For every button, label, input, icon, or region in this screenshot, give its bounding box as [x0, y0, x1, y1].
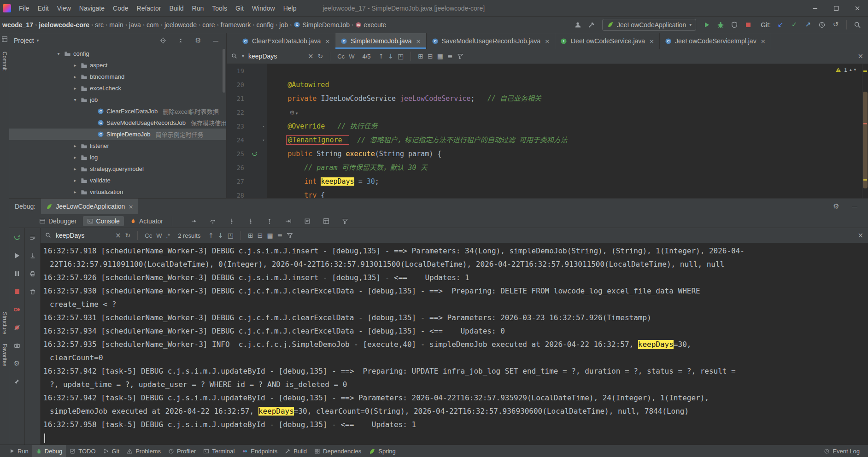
maximize-button[interactable]	[826, 0, 847, 16]
chevron-down-icon[interactable]: ▾	[72, 97, 78, 102]
breadcrumb-item-job[interactable]: job	[278, 21, 289, 29]
stripe-tab-commit[interactable]: Commit	[1, 52, 8, 70]
menu-tools[interactable]: Tools	[208, 5, 231, 12]
breadcrumb-item-jeelowcode[interactable]: jeelowcode	[163, 21, 198, 29]
chevron-right-icon[interactable]: ▸	[72, 155, 78, 160]
clear-all-button[interactable]	[27, 286, 39, 298]
settings-button[interactable]: ⚙	[192, 35, 204, 47]
statusbar-item-debug[interactable]: Debug	[32, 445, 66, 457]
chevron-right-icon[interactable]: ▸	[72, 86, 78, 91]
clear-search-icon[interactable]: ×	[115, 232, 121, 239]
tree-item-log[interactable]: ▸log	[9, 152, 226, 163]
tree-item-btncommand[interactable]: ▸btncommand	[9, 71, 226, 82]
filter-search-icon[interactable]	[457, 53, 463, 59]
menu-help[interactable]: Help	[279, 5, 301, 12]
statusbar-item-dependencies[interactable]: Dependencies	[311, 445, 365, 457]
collapse-all-button[interactable]	[175, 35, 187, 47]
editor-tab-ijeelowcodeservice-java[interactable]: IIJeeLowCodeService.java×	[555, 33, 660, 49]
select-all-occurrences-icon[interactable]: ▦	[267, 232, 273, 239]
statusbar-item-run[interactable]: Run	[6, 445, 32, 457]
fold-marker-icon[interactable]: ▾	[260, 133, 267, 147]
search-history-chevron-icon[interactable]: ▾	[242, 54, 244, 59]
screenshot-button[interactable]	[11, 340, 23, 352]
chevron-right-icon[interactable]: ▸	[72, 63, 78, 68]
statusbar-item-problems[interactable]: Problems	[123, 445, 164, 457]
chevron-right-icon[interactable]: ▸	[72, 189, 78, 194]
breadcrumb-item-com[interactable]: com	[145, 21, 160, 29]
breadcrumb-item-src[interactable]: src	[94, 21, 105, 29]
menu-refactor[interactable]: Refactor	[133, 5, 165, 12]
next-problem-icon[interactable]: ▾	[854, 68, 856, 72]
stop-button[interactable]	[742, 19, 754, 31]
breadcrumb-item-wcode-17[interactable]: wcode_17	[1, 21, 35, 29]
step-over-button[interactable]	[207, 215, 219, 227]
statusbar-item-profiler[interactable]: Profiler	[164, 445, 199, 457]
print-button[interactable]	[27, 268, 39, 280]
coverage-button[interactable]	[728, 19, 740, 31]
filter-search-icon[interactable]	[287, 232, 293, 239]
step-out-button[interactable]	[264, 215, 276, 227]
hide-button[interactable]: —	[849, 200, 861, 212]
menu-git[interactable]: Git	[231, 5, 248, 12]
breadcrumb-item-framework[interactable]: framework	[219, 21, 252, 29]
tree-item-validate[interactable]: ▸validate	[9, 175, 226, 186]
next-occurrence-icon[interactable]: ↓	[218, 232, 223, 239]
menu-window[interactable]: Window	[248, 5, 279, 12]
tree-item-excel-check[interactable]: ▸excel.check	[9, 82, 226, 94]
run-gutter-icon[interactable]	[249, 147, 260, 161]
stripe-tab-structure[interactable]: Structure	[1, 312, 8, 334]
gear-inlay-icon[interactable]: ⚙	[289, 109, 295, 116]
debug-tab-debugger[interactable]: Debugger	[35, 216, 81, 226]
editor-tab-simpledemojob-java[interactable]: CSimpleDemoJob.java×	[335, 33, 426, 49]
exclude-filter-icon[interactable]: ⊟	[428, 53, 433, 59]
settings-button[interactable]: ⚙	[830, 200, 842, 212]
menu-build[interactable]: Build	[165, 5, 188, 12]
next-occurrence-icon[interactable]: ↓	[388, 53, 393, 59]
rollback-button[interactable]: ↺	[830, 19, 842, 31]
pin-button[interactable]	[11, 375, 23, 387]
stop-button[interactable]	[11, 286, 23, 298]
menu-run[interactable]: Run	[188, 5, 208, 12]
search-history-icon[interactable]: ↻	[318, 53, 323, 59]
regex-toggle[interactable]: .*	[166, 232, 170, 239]
chevron-down-icon[interactable]: ▾	[55, 51, 62, 56]
close-button[interactable]	[847, 0, 868, 16]
statusbar-item-build[interactable]: Build	[281, 445, 311, 457]
chevron-right-icon[interactable]: ▸	[72, 178, 78, 183]
tree-item-config[interactable]: ▾config	[9, 48, 226, 59]
breadcrumb-item-simpledemojob[interactable]: CSimpleDemoJob	[292, 21, 351, 29]
resume-button[interactable]	[11, 250, 23, 262]
event-log-button[interactable]: Event Log	[821, 445, 862, 457]
menu-edit[interactable]: Edit	[34, 5, 53, 12]
show-execution-point-button[interactable]	[188, 215, 200, 227]
clear-search-icon[interactable]: ×	[308, 53, 314, 60]
fold-marker-icon[interactable]: ▾	[260, 119, 267, 133]
force-step-into-button[interactable]	[245, 215, 257, 227]
find-input[interactable]: keepDays	[248, 53, 304, 60]
filter-button[interactable]	[339, 215, 351, 227]
statusbar-item-spring[interactable]: Spring	[365, 445, 399, 457]
stripe-tab-favorites[interactable]: Favorites	[1, 344, 8, 366]
statusbar-item-git[interactable]: Git	[100, 445, 123, 457]
match-case-toggle[interactable]: Cc	[337, 53, 345, 60]
close-session-icon[interactable]: ×	[128, 204, 133, 210]
chevron-right-icon[interactable]: ▸	[72, 143, 78, 148]
tree-item-virtualization[interactable]: ▸virtualization	[9, 186, 226, 198]
mute-breakpoints-button[interactable]	[11, 322, 23, 334]
statusbar-item-todo[interactable]: TODO	[66, 445, 99, 457]
hide-button[interactable]: —	[210, 35, 222, 47]
menu-view[interactable]: View	[53, 5, 75, 12]
close-tab-icon[interactable]: ×	[416, 38, 421, 44]
debug-tab-actuator[interactable]: Actuator	[126, 216, 167, 226]
editor-tab-savemodelusagerecordsjob-java[interactable]: CSaveModelUsageRecordsJob.java×	[427, 33, 556, 49]
editor-tab-jeelowcodeserviceimpl-jav[interactable]: CJeeLowCodeServiceImpl.jav×	[660, 33, 771, 49]
tree-item-aspect[interactable]: ▸aspect	[9, 59, 226, 71]
project-toolwindow-icon[interactable]	[1, 36, 8, 42]
menu-navigate[interactable]: Navigate	[75, 5, 109, 12]
filter-lines-icon[interactable]: ≡	[447, 53, 453, 59]
close-tab-icon[interactable]: ×	[649, 38, 654, 44]
update-project-button[interactable]: ↙	[774, 19, 786, 31]
editor-error-stripe[interactable]	[862, 64, 868, 198]
close-tab-icon[interactable]: ×	[761, 38, 766, 44]
pause-button[interactable]	[11, 268, 23, 280]
